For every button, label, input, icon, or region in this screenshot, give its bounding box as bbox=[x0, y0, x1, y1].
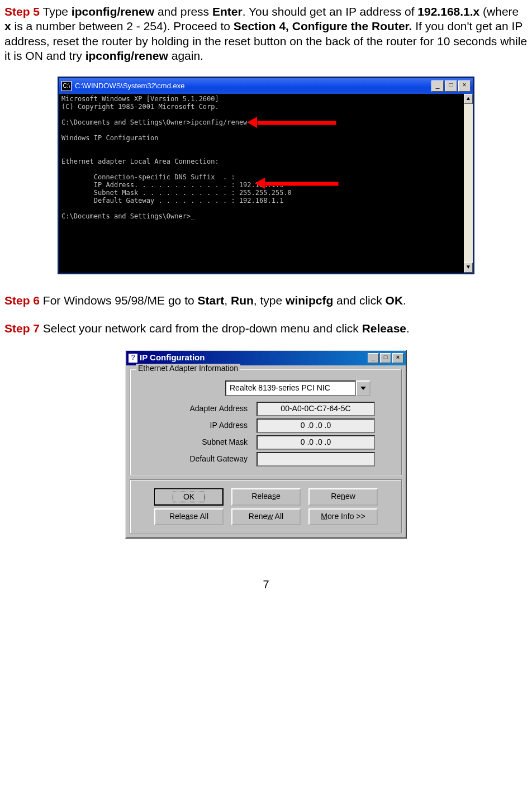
scroll-up-icon[interactable]: ▲ bbox=[464, 94, 473, 104]
scrollbar[interactable]: ▲ ▼ bbox=[464, 94, 473, 273]
group-legend: Ethernet Adapter Information bbox=[136, 364, 240, 374]
step5-label: Step 5 bbox=[4, 5, 40, 18]
more-info-button[interactable]: More Info >> bbox=[308, 508, 378, 525]
label-ip-address: IP Address bbox=[136, 421, 256, 431]
cmd-ipconfig-renew: ipconfig/renew bbox=[72, 5, 154, 18]
close-button[interactable]: × bbox=[392, 353, 403, 363]
release-button[interactable]: Release bbox=[231, 488, 301, 506]
step5-paragraph: Step 5 Type ipconfig/renew and press Ent… bbox=[4, 4, 528, 63]
value-adapter-address: 00-A0-0C-C7-64-5C bbox=[256, 402, 375, 416]
ipcfg-app-icon: ? bbox=[129, 354, 137, 363]
value-ip-address: 0 .0 .0 .0 bbox=[256, 418, 375, 433]
release-all-button[interactable]: Release All bbox=[154, 508, 224, 525]
ipconfig-screenshot: ? IP Configuration _ □ × Ethernet Adapte… bbox=[4, 350, 528, 539]
label-default-gateway: Default Gateway bbox=[136, 454, 256, 464]
ipcfg-window-title: IP Configuration bbox=[140, 353, 368, 363]
step6-label: Step 6 bbox=[4, 294, 40, 307]
minimize-button[interactable]: _ bbox=[368, 353, 379, 363]
maximize-button[interactable]: □ bbox=[445, 80, 457, 92]
cmd-titlebar: C:\ C:\WINDOWS\System32\cmd.exe _ □ × bbox=[59, 78, 473, 94]
ethernet-adapter-group: Ethernet Adapter Information Realtek 813… bbox=[130, 369, 402, 476]
nic-selected: Realtek 8139-series PCI NIC bbox=[225, 380, 356, 396]
page-number: 7 bbox=[4, 578, 528, 592]
label-adapter-address: Adapter Address bbox=[136, 404, 256, 414]
close-button[interactable]: × bbox=[458, 80, 471, 92]
button-panel: OK Release Renew Release All Renew All M… bbox=[130, 479, 402, 534]
value-subnet-mask: 0 .0 .0 .0 bbox=[256, 435, 375, 450]
step7-label: Step 7 bbox=[4, 322, 40, 335]
step6-paragraph: Step 6 For Windows 95/98/ME go to Start,… bbox=[4, 293, 528, 308]
value-default-gateway bbox=[256, 452, 375, 467]
renew-button[interactable]: Renew bbox=[308, 488, 378, 506]
ok-button[interactable]: OK bbox=[154, 488, 224, 506]
dropdown-arrow-icon[interactable] bbox=[356, 380, 370, 396]
step7-paragraph: Step 7 Select your network card from the… bbox=[4, 321, 528, 336]
scroll-down-icon[interactable]: ▼ bbox=[464, 263, 473, 273]
cmd-window-title: C:\WINDOWS\System32\cmd.exe bbox=[75, 82, 431, 91]
scroll-track[interactable] bbox=[464, 104, 473, 263]
minimize-button[interactable]: _ bbox=[431, 80, 444, 92]
cmd-exe-icon: C:\ bbox=[61, 81, 72, 91]
renew-all-button[interactable]: Renew All bbox=[231, 508, 301, 525]
nic-dropdown[interactable]: Realtek 8139-series PCI NIC bbox=[225, 380, 370, 396]
label-subnet-mask: Subnet Mask bbox=[136, 437, 256, 448]
cmd-screenshot: C:\ C:\WINDOWS\System32\cmd.exe _ □ × Mi… bbox=[4, 77, 528, 274]
maximize-button[interactable]: □ bbox=[380, 353, 391, 363]
